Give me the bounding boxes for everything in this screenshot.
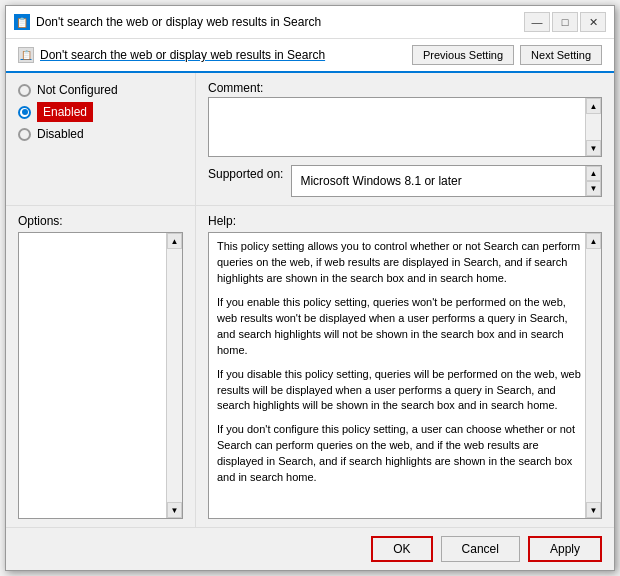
supported-scroll-down[interactable]: ▼	[586, 181, 601, 196]
supported-box: Microsoft Windows 8.1 or later ▲ ▼	[291, 165, 602, 197]
help-label: Help:	[208, 214, 602, 228]
header-title-text: Don't search the web or display web resu…	[40, 48, 325, 62]
supported-on-label: Supported on:	[208, 165, 283, 181]
header-bar: 📋 Don't search the web or display web re…	[6, 39, 614, 73]
bottom-panels: Options: ▲ ▼ Help: This policy setting a…	[6, 205, 614, 527]
dialog-icon: 📋	[14, 14, 30, 30]
top-section: Not Configured Enabled Disabled Comment:	[6, 73, 614, 205]
help-para-4: If you don't configure this policy setti…	[217, 422, 581, 486]
supported-scroll-up[interactable]: ▲	[586, 166, 601, 181]
minimize-button[interactable]: —	[524, 12, 550, 32]
options-scroll-down[interactable]: ▼	[167, 502, 182, 518]
footer: OK Cancel Apply	[6, 527, 614, 570]
help-text: This policy setting allows you to contro…	[209, 233, 601, 518]
help-scroll-up[interactable]: ▲	[586, 233, 601, 249]
title-text: Don't search the web or display web resu…	[36, 15, 321, 29]
enabled-label: Enabled	[37, 102, 93, 122]
enabled-option[interactable]: Enabled	[18, 102, 183, 122]
radio-group: Not Configured Enabled Disabled	[18, 83, 183, 141]
dialog-window: 📋 Don't search the web or display web re…	[5, 5, 615, 571]
title-controls: — □ ✕	[524, 12, 606, 32]
previous-setting-button[interactable]: Previous Setting	[412, 45, 514, 65]
header-title: 📋 Don't search the web or display web re…	[18, 47, 325, 63]
supported-scrollbar[interactable]: ▲ ▼	[585, 166, 601, 196]
apply-button[interactable]: Apply	[528, 536, 602, 562]
disabled-radio[interactable]	[18, 128, 31, 141]
comment-section: Comment: ▲ ▼	[208, 81, 602, 157]
options-scroll-thumb[interactable]	[167, 249, 182, 502]
help-para-2: If you enable this policy setting, queri…	[217, 295, 581, 359]
close-button[interactable]: ✕	[580, 12, 606, 32]
ok-button[interactable]: OK	[371, 536, 432, 562]
supported-value: Microsoft Windows 8.1 or later	[296, 172, 465, 190]
supported-section: Supported on: Microsoft Windows 8.1 or l…	[208, 165, 602, 197]
not-configured-label: Not Configured	[37, 83, 118, 97]
help-para-1: This policy setting allows you to contro…	[217, 239, 581, 287]
help-box: This policy setting allows you to contro…	[208, 232, 602, 519]
scroll-thumb[interactable]	[586, 114, 601, 140]
header-icon: 📋	[18, 47, 34, 63]
title-bar-left: 📋 Don't search the web or display web re…	[14, 14, 321, 30]
cancel-button[interactable]: Cancel	[441, 536, 520, 562]
comment-label: Comment:	[208, 81, 602, 95]
options-panel: Options: ▲ ▼	[6, 206, 196, 527]
main-body: Not Configured Enabled Disabled Comment:	[6, 73, 614, 527]
help-scroll-down[interactable]: ▼	[586, 502, 601, 518]
help-para-3: If you disable this policy setting, quer…	[217, 367, 581, 415]
options-label: Options:	[18, 214, 183, 228]
right-panel: Comment: ▲ ▼ Supported on: Microsoft Win…	[196, 73, 614, 205]
next-setting-button[interactable]: Next Setting	[520, 45, 602, 65]
comment-scrollbar[interactable]: ▲ ▼	[585, 98, 601, 156]
not-configured-option[interactable]: Not Configured	[18, 83, 183, 97]
disabled-option[interactable]: Disabled	[18, 127, 183, 141]
not-configured-radio[interactable]	[18, 84, 31, 97]
scroll-up-arrow[interactable]: ▲	[586, 98, 601, 114]
left-panel: Not Configured Enabled Disabled	[6, 73, 196, 205]
scroll-down-arrow[interactable]: ▼	[586, 140, 601, 156]
options-box: ▲ ▼	[18, 232, 183, 519]
maximize-button[interactable]: □	[552, 12, 578, 32]
options-scrollbar[interactable]: ▲ ▼	[166, 233, 182, 518]
help-scroll-thumb[interactable]	[586, 249, 601, 502]
options-scroll-up[interactable]: ▲	[167, 233, 182, 249]
title-bar: 📋 Don't search the web or display web re…	[6, 6, 614, 39]
comment-box: ▲ ▼	[208, 97, 602, 157]
help-scrollbar[interactable]: ▲ ▼	[585, 233, 601, 518]
enabled-radio[interactable]	[18, 106, 31, 119]
help-panel: Help: This policy setting allows you to …	[196, 206, 614, 527]
disabled-label: Disabled	[37, 127, 84, 141]
header-buttons: Previous Setting Next Setting	[412, 45, 602, 65]
